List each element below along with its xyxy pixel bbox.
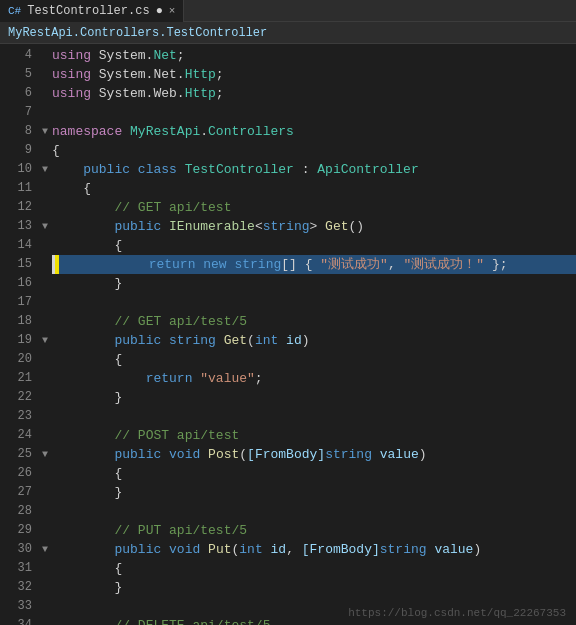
code-line-18: // GET api/test/5 bbox=[52, 312, 576, 331]
fold-34 bbox=[38, 616, 52, 625]
line-num-14: 14 bbox=[0, 236, 32, 255]
fold-33 bbox=[38, 597, 52, 616]
line-num-13: 13 bbox=[0, 217, 32, 236]
fold-4 bbox=[38, 46, 52, 65]
code-line-7 bbox=[52, 103, 576, 122]
title-bar: C# TestController.cs ● × bbox=[0, 0, 576, 22]
code-line-28 bbox=[52, 502, 576, 521]
fold-21 bbox=[38, 369, 52, 388]
fold-31 bbox=[38, 559, 52, 578]
fold-28 bbox=[38, 502, 52, 521]
fold-29 bbox=[38, 521, 52, 540]
fold-5 bbox=[38, 65, 52, 84]
code-line-30: public void Put(int id, [FromBody]string… bbox=[52, 540, 576, 559]
watermark: https://blog.csdn.net/qq_22267353 bbox=[348, 607, 566, 619]
fold-18 bbox=[38, 312, 52, 331]
breadcrumb-text: MyRestApi.Controllers.TestController bbox=[8, 26, 267, 40]
editor-tab[interactable]: C# TestController.cs ● × bbox=[0, 0, 184, 22]
fold-23 bbox=[38, 407, 52, 426]
line-num-27: 27 bbox=[0, 483, 32, 502]
line-num-18: 18 bbox=[0, 312, 32, 331]
code-line-23 bbox=[52, 407, 576, 426]
line-num-20: 20 bbox=[0, 350, 32, 369]
code-line-6: using System.Web.Http; bbox=[52, 84, 576, 103]
line-num-24: 24 bbox=[0, 426, 32, 445]
fold-12 bbox=[38, 198, 52, 217]
line-num-31: 31 bbox=[0, 559, 32, 578]
tab-filename: TestController.cs bbox=[27, 4, 149, 18]
line-num-25: 25 bbox=[0, 445, 32, 464]
fold-column: ▼ ▼ ▼ ▼ ▼ ▼ bbox=[38, 44, 52, 625]
line-num-8: 8 bbox=[0, 122, 32, 141]
code-line-8: namespace MyRestApi.Controllers bbox=[52, 122, 576, 141]
code-line-19: public string Get(int id) bbox=[52, 331, 576, 350]
line-num-4: 4 bbox=[0, 46, 32, 65]
code-line-26: { bbox=[52, 464, 576, 483]
code-line-10: public class TestController : ApiControl… bbox=[52, 160, 576, 179]
breadcrumb: MyRestApi.Controllers.TestController bbox=[0, 22, 576, 44]
line-numbers: 4 5 6 7 8 9 10 11 12 13 14 15 16 17 18 1… bbox=[0, 44, 38, 625]
line-num-15: 15 bbox=[0, 255, 32, 274]
line-num-11: 11 bbox=[0, 179, 32, 198]
fold-24 bbox=[38, 426, 52, 445]
tab-dirty-icon: ● bbox=[156, 4, 163, 18]
editor-window: C# TestController.cs ● × MyRestApi.Contr… bbox=[0, 0, 576, 625]
fold-10[interactable]: ▼ bbox=[38, 160, 52, 179]
fold-26 bbox=[38, 464, 52, 483]
code-line-13: public IEnumerable<string> Get() bbox=[52, 217, 576, 236]
code-line-16: } bbox=[52, 274, 576, 293]
code-editor[interactable]: 4 5 6 7 8 9 10 11 12 13 14 15 16 17 18 1… bbox=[0, 44, 576, 625]
fold-7 bbox=[38, 103, 52, 122]
code-line-32: } bbox=[52, 578, 576, 597]
fold-30[interactable]: ▼ bbox=[38, 540, 52, 559]
tab-close-button[interactable]: × bbox=[169, 5, 176, 17]
fold-32 bbox=[38, 578, 52, 597]
fold-25[interactable]: ▼ bbox=[38, 445, 52, 464]
line-num-6: 6 bbox=[0, 84, 32, 103]
code-line-21: return "value"; bbox=[52, 369, 576, 388]
fold-9 bbox=[38, 141, 52, 160]
line-num-30: 30 bbox=[0, 540, 32, 559]
line-num-5: 5 bbox=[0, 65, 32, 84]
code-line-29: // PUT api/test/5 bbox=[52, 521, 576, 540]
line-num-21: 21 bbox=[0, 369, 32, 388]
fold-27 bbox=[38, 483, 52, 502]
line-num-32: 32 bbox=[0, 578, 32, 597]
code-line-20: { bbox=[52, 350, 576, 369]
line-num-17: 17 bbox=[0, 293, 32, 312]
code-line-27: } bbox=[52, 483, 576, 502]
code-line-12: // GET api/test bbox=[52, 198, 576, 217]
csharp-file-icon: C# bbox=[8, 5, 21, 17]
line-num-9: 9 bbox=[0, 141, 32, 160]
line-num-7: 7 bbox=[0, 103, 32, 122]
code-line-24: // POST api/test bbox=[52, 426, 576, 445]
code-line-17 bbox=[52, 293, 576, 312]
code-lines: using System.Net; using System.Net.Http;… bbox=[52, 44, 576, 625]
line-num-22: 22 bbox=[0, 388, 32, 407]
fold-17 bbox=[38, 293, 52, 312]
code-line-31: { bbox=[52, 559, 576, 578]
fold-8[interactable]: ▼ bbox=[38, 122, 52, 141]
fold-6 bbox=[38, 84, 52, 103]
fold-22 bbox=[38, 388, 52, 407]
fold-19[interactable]: ▼ bbox=[38, 331, 52, 350]
line-num-12: 12 bbox=[0, 198, 32, 217]
code-line-4: using System.Net; bbox=[52, 46, 576, 65]
code-line-15: return new string[] { "测试成功", "测试成功！" }; bbox=[52, 255, 576, 274]
fold-16 bbox=[38, 274, 52, 293]
fold-15 bbox=[38, 255, 52, 274]
code-line-9: { bbox=[52, 141, 576, 160]
code-line-14: { bbox=[52, 236, 576, 255]
line-num-23: 23 bbox=[0, 407, 32, 426]
code-line-22: } bbox=[52, 388, 576, 407]
fold-13[interactable]: ▼ bbox=[38, 217, 52, 236]
fold-14 bbox=[38, 236, 52, 255]
code-line-5: using System.Net.Http; bbox=[52, 65, 576, 84]
line-num-10: 10 bbox=[0, 160, 32, 179]
line-num-29: 29 bbox=[0, 521, 32, 540]
fold-11 bbox=[38, 179, 52, 198]
code-line-11: { bbox=[52, 179, 576, 198]
line-num-33: 33 bbox=[0, 597, 32, 616]
code-line-25: public void Post([FromBody]string value) bbox=[52, 445, 576, 464]
line-num-28: 28 bbox=[0, 502, 32, 521]
